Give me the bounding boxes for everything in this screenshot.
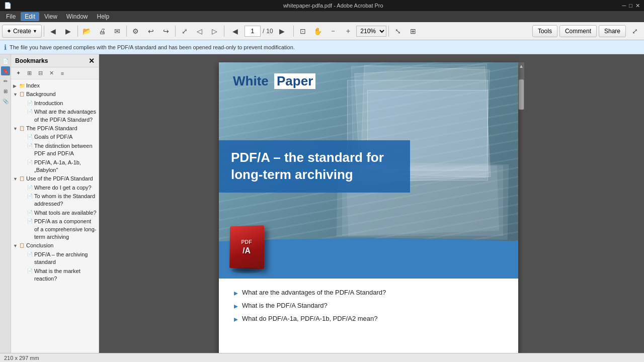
info-bar: ℹ The file you have opened complies with…: [0, 40, 644, 54]
page-icon-whom: 📄: [27, 193, 34, 200]
zoom-select[interactable]: 210% 100% 150% 75%: [356, 26, 386, 37]
open-button[interactable]: 📂: [80, 24, 94, 38]
page-separator: /: [263, 28, 264, 35]
tree-item-whom-addressed[interactable]: 📄 To whom is the Standard addressed?: [19, 192, 99, 209]
tree-expand-bg: ▼: [13, 92, 19, 98]
zoom-in-button[interactable]: ＋: [341, 24, 355, 38]
tools-button[interactable]: ⚙: [129, 24, 143, 38]
tree-expand-dist: [21, 143, 27, 150]
bullet-item-1: ▸ What are the advantages of the PDF/A S…: [234, 289, 503, 298]
toolbar-separator-7: [388, 26, 389, 37]
tree-label-versions: PDF/A, A-1a, A-1b, „Babylon": [34, 159, 97, 174]
print-button[interactable]: 🖨: [95, 24, 109, 38]
toolbar-separator-5: [224, 26, 224, 37]
tree-item-background[interactable]: ▼ 📋 Background: [11, 90, 99, 99]
sidebar-bookmarks-button[interactable]: 🔖: [1, 66, 10, 75]
bullet-text-1: What are the advantages of the PDF/A Sta…: [242, 289, 386, 296]
share-button[interactable]: Share: [599, 25, 626, 37]
maximize-button[interactable]: □: [629, 3, 632, 9]
sidebar-attachments-button[interactable]: 📎: [1, 97, 10, 106]
cover-title-boxed: Paper: [274, 73, 315, 89]
tree-item-what-tools[interactable]: 📄 What tools are available?: [19, 209, 99, 217]
pdf-page: White Paper PDF/A – the standard for lon…: [219, 62, 518, 362]
toolbar-separator-4: [175, 26, 176, 37]
tree-expand-mkt: [21, 268, 27, 275]
bullet-dot-3: ▸: [234, 314, 238, 324]
panel-options-button[interactable]: ≡: [57, 69, 67, 78]
prev-page-button[interactable]: ◀: [228, 24, 243, 38]
tree-item-archiving-standard[interactable]: 📄 PDF/A – the archiving standard: [19, 250, 99, 267]
bullet-item-3: ▸ What do PDF/A-1a, PDF/A-1b, PDF/A2 mea…: [234, 315, 503, 324]
create-button[interactable]: ✦ Create ▼: [2, 25, 42, 38]
tree-children-conclusion: 📄 PDF/A – the archiving standard 📄 What …: [19, 250, 99, 284]
nav-next-button[interactable]: ▷: [208, 24, 222, 38]
tree-item-what-advantages[interactable]: 📄 What are the advantages of the PDF/A S…: [19, 108, 99, 124]
next-page-button[interactable]: ▶: [275, 24, 289, 38]
sidebar-signatures-button[interactable]: ✏: [1, 76, 10, 85]
page-number-input[interactable]: 1: [245, 26, 261, 37]
tree-label-background: Background: [26, 90, 56, 98]
menu-window[interactable]: Window: [62, 12, 92, 21]
sidebar-pages-button[interactable]: 📄: [1, 56, 10, 65]
pdfa-book-label: PDF /A: [241, 239, 252, 255]
minimize-button[interactable]: ─: [622, 3, 626, 9]
tree-expand-goals: [21, 134, 27, 141]
tree-item-where-copy[interactable]: 📄 Where do I get a copy?: [19, 184, 99, 192]
marquee-zoom-button[interactable]: ⊞: [406, 24, 420, 38]
tree-section-pdfa: ▼ 📋 The PDF/A Standard 📄 Goals of PDF/A …: [11, 124, 99, 174]
tree-item-use-standard[interactable]: ▼ 📋 Use of the PDF/A Standard: [11, 174, 99, 183]
tree-expand-arch: [21, 252, 27, 258]
bookmarks-tree: ▶ 📁 Index ▼ 📋 Background 📄 Introduction: [11, 79, 99, 362]
comment-button[interactable]: Comment: [559, 25, 597, 37]
panel-new-button[interactable]: ✦: [13, 69, 23, 78]
window-title: whitepaper-pdfa.pdf - Adobe Acrobat Pro: [44, 3, 622, 9]
tree-label-whom-addressed: To whom is the Standard addressed?: [34, 193, 97, 208]
tree-item-distinction[interactable]: 📄 The distinction between PDF and PDF/A: [19, 142, 99, 158]
page-icon-ver: 📄: [27, 159, 34, 166]
snap-button[interactable]: ⤢: [178, 24, 192, 38]
sidebar-layers-button[interactable]: ⊞: [1, 86, 10, 96]
menu-view[interactable]: View: [40, 12, 61, 21]
tree-item-conclusion[interactable]: ▼ 📋 Conclusion: [11, 241, 99, 250]
tools-panel-button[interactable]: Tools: [532, 25, 557, 37]
fit-width-button[interactable]: ⤡: [391, 24, 405, 38]
back-button[interactable]: ◀: [46, 24, 60, 38]
panel-expand-button[interactable]: ⊞: [24, 69, 34, 78]
tree-label-where-copy: Where do I get a copy?: [34, 184, 92, 192]
forward-button[interactable]: ▶: [61, 24, 75, 38]
redo-button[interactable]: ↪: [159, 24, 173, 38]
tree-item-market-reaction[interactable]: 📄 What is the market reaction?: [19, 267, 99, 284]
tree-label-pdfa-standard: The PDF/A Standard: [26, 125, 77, 132]
hand-tool-button[interactable]: ✋: [311, 24, 325, 38]
tree-section-background: ▼ 📋 Background 📄 Introduction 📄 What are…: [11, 90, 99, 124]
tree-children-background: 📄 Introduction 📄 What are the advantages…: [19, 99, 99, 124]
panel-collapse-button[interactable]: ⊟: [35, 69, 45, 78]
panel-delete-button[interactable]: ✕: [46, 69, 56, 78]
tree-item-pdfa-standard[interactable]: ▼ 📋 The PDF/A Standard: [11, 124, 99, 133]
expand-button[interactable]: ⤢: [628, 24, 642, 38]
panel-close-button[interactable]: ✕: [89, 57, 95, 65]
tree-item-introduction[interactable]: 📄 Introduction: [19, 99, 99, 108]
close-button[interactable]: ✕: [635, 3, 640, 9]
scrollbar-thumb[interactable]: [519, 79, 524, 110]
tree-item-pdfa-versions[interactable]: 📄 PDF/A, A-1a, A-1b, „Babylon": [19, 158, 99, 175]
email-button[interactable]: ✉: [110, 24, 124, 38]
tree-item-index[interactable]: ▶ 📁 Index: [11, 81, 99, 90]
undo-button[interactable]: ↩: [144, 24, 158, 38]
tree-item-pdfa-component[interactable]: 📄 PDF/A as a component of a comprehensiv…: [19, 217, 99, 241]
zoom-out-button[interactable]: －: [326, 24, 340, 38]
menu-file[interactable]: File: [2, 12, 20, 21]
page-icon-where: 📄: [27, 185, 34, 191]
folder-icon-use: 📋: [19, 175, 26, 182]
page-icon-intro: 📄: [27, 100, 34, 107]
menu-edit[interactable]: Edit: [21, 12, 39, 21]
right-scrollbar[interactable]: ▲: [518, 62, 524, 110]
scroll-up-button[interactable]: ▲: [519, 62, 524, 69]
nav-prev-button[interactable]: ◁: [193, 24, 207, 38]
tree-item-goals[interactable]: 📄 Goals of PDF/A: [19, 133, 99, 141]
fit-page-button[interactable]: ⊡: [296, 24, 310, 38]
window-controls: ─ □ ✕: [622, 3, 640, 9]
content-area[interactable]: White Paper PDF/A – the standard for lon…: [99, 54, 644, 362]
menu-help[interactable]: Help: [93, 12, 114, 21]
tree-label-pdfa-component: PDF/A as a component of a comprehensive …: [34, 218, 97, 241]
